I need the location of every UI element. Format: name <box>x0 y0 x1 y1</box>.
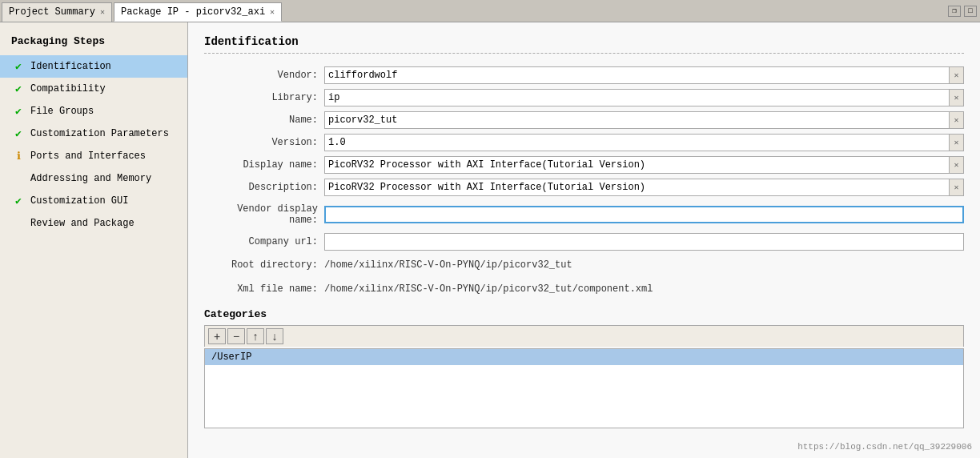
watermark: https://blog.csdn.net/qq_39229006 <box>797 442 972 452</box>
company-url-input[interactable] <box>324 233 964 251</box>
tab-package-ip[interactable]: Package IP - picorv32_axi ✕ <box>114 2 282 22</box>
name-clear-btn[interactable]: ✕ <box>950 111 964 129</box>
maximize-button[interactable]: □ <box>964 6 977 17</box>
vendor-clear-btn[interactable]: ✕ <box>950 66 964 84</box>
sidebar-label: Ports and Interfaces <box>30 151 146 162</box>
display-name-clear-btn[interactable]: ✕ <box>950 156 964 174</box>
sidebar: Packaging Steps ✔ Identification ✔ Compa… <box>0 22 188 458</box>
tab-label: Project Summary <box>9 6 95 18</box>
categories-title: Categories <box>204 308 964 320</box>
identification-form: Vendor: ✕ Library: ✕ Name: ✕ <box>204 65 964 300</box>
display-name-input[interactable] <box>324 156 950 174</box>
check-icon: ✔ <box>11 127 26 141</box>
sidebar-item-file-groups[interactable]: ✔ File Groups <box>0 100 187 123</box>
app-container: Project Summary ✕ Package IP - picorv32_… <box>0 0 980 458</box>
xml-file-label: Xml file name: <box>204 278 324 300</box>
category-label: /UserIP <box>211 352 251 363</box>
add-category-button[interactable]: + <box>208 328 226 344</box>
tab-bar: Project Summary ✕ Package IP - picorv32_… <box>0 0 980 22</box>
vendor-display-name-label: Vendor display name: <box>204 199 324 230</box>
empty-icon <box>11 171 26 186</box>
display-name-label: Display name: <box>204 155 324 175</box>
version-label: Version: <box>204 132 324 153</box>
description-clear-btn[interactable]: ✕ <box>950 179 964 196</box>
name-input[interactable] <box>324 111 950 129</box>
warn-icon: ℹ <box>11 149 26 163</box>
name-label: Name: <box>204 110 324 131</box>
sidebar-item-compatibility[interactable]: ✔ Compatibility <box>0 78 187 100</box>
categories-toolbar: + − ↑ ↓ <box>204 325 964 347</box>
restore-button[interactable]: ❐ <box>948 6 961 17</box>
move-up-button[interactable]: ↑ <box>247 328 264 344</box>
sidebar-label: Identification <box>30 61 111 72</box>
description-label: Description: <box>204 177 324 198</box>
vendor-display-name-input[interactable] <box>324 206 964 223</box>
vendor-field-wrap: ✕ <box>324 65 964 86</box>
category-item-userip[interactable]: /UserIP <box>205 349 963 365</box>
tab-project-summary[interactable]: Project Summary ✕ <box>2 2 112 22</box>
library-field-wrap: ✕ <box>324 87 964 108</box>
sidebar-title: Packaging Steps <box>0 30 187 55</box>
xml-file-value: /home/xilinx/RISC-V-On-PYNQ/ip/picorv32_… <box>324 279 653 299</box>
content-area: Identification Vendor: ✕ Library: ✕ Name… <box>188 22 980 458</box>
move-down-button[interactable]: ↓ <box>266 328 283 344</box>
name-field-wrap: ✕ <box>324 110 964 131</box>
check-icon: ✔ <box>11 59 26 74</box>
sidebar-label: File Groups <box>30 106 94 117</box>
company-url-field-wrap <box>324 231 964 252</box>
version-field-wrap: ✕ <box>324 132 964 153</box>
xml-file-wrap: /home/xilinx/RISC-V-On-PYNQ/ip/picorv32_… <box>324 278 964 300</box>
sidebar-item-customization-gui[interactable]: ✔ Customization GUI <box>0 190 187 212</box>
root-directory-wrap: /home/xilinx/RISC-V-On-PYNQ/ip/picorv32_… <box>324 254 964 276</box>
sidebar-label: Addressing and Memory <box>30 173 151 184</box>
version-clear-btn[interactable]: ✕ <box>950 134 964 151</box>
vendor-display-name-field-wrap <box>324 199 964 230</box>
categories-list: /UserIP <box>204 348 964 428</box>
library-clear-btn[interactable]: ✕ <box>950 89 964 106</box>
vendor-label: Vendor: <box>204 65 324 86</box>
sidebar-item-ports-and-interfaces[interactable]: ℹ Ports and Interfaces <box>0 145 187 167</box>
description-input[interactable] <box>324 179 950 196</box>
sidebar-item-customization-parameters[interactable]: ✔ Customization Parameters <box>0 123 187 145</box>
section-title: Identification <box>204 35 964 54</box>
empty-icon <box>11 216 26 231</box>
sidebar-label: Customization GUI <box>30 195 128 207</box>
sidebar-item-identification[interactable]: ✔ Identification <box>0 55 187 78</box>
vendor-input[interactable] <box>324 66 950 84</box>
library-label: Library: <box>204 87 324 108</box>
check-icon: ✔ <box>11 194 26 208</box>
tab-close-project-summary[interactable]: ✕ <box>100 7 105 17</box>
window-controls: ❐ □ <box>948 6 980 17</box>
check-icon: ✔ <box>11 104 26 119</box>
sidebar-label: Customization Parameters <box>30 128 169 139</box>
description-field-wrap: ✕ <box>324 177 964 198</box>
tab-close-package-ip[interactable]: ✕ <box>270 7 275 17</box>
company-url-label: Company url: <box>204 231 324 252</box>
sidebar-label: Compatibility <box>30 83 106 94</box>
display-name-field-wrap: ✕ <box>324 155 964 175</box>
remove-category-button[interactable]: − <box>227 328 245 344</box>
sidebar-label: Review and Package <box>30 218 135 229</box>
library-input[interactable] <box>324 89 950 106</box>
root-directory-label: Root directory: <box>204 254 324 276</box>
root-directory-value: /home/xilinx/RISC-V-On-PYNQ/ip/picorv32_… <box>324 255 572 275</box>
sidebar-item-review-and-package[interactable]: Review and Package <box>0 212 187 235</box>
main-container: Packaging Steps ✔ Identification ✔ Compa… <box>0 22 980 458</box>
check-icon: ✔ <box>11 82 26 96</box>
version-input[interactable] <box>324 134 950 151</box>
sidebar-item-addressing-and-memory[interactable]: Addressing and Memory <box>0 167 187 190</box>
tab-label: Package IP - picorv32_axi <box>121 6 265 18</box>
categories-section: Categories + − ↑ ↓ /UserIP <box>204 308 964 428</box>
